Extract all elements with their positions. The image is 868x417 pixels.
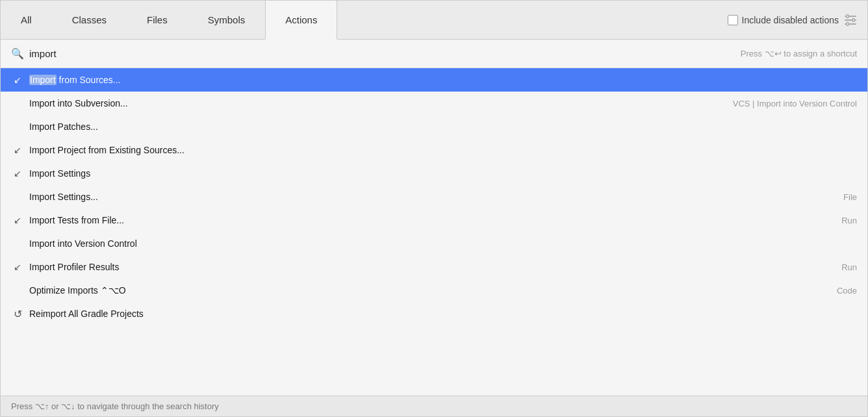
result-item[interactable]: ↺ Reimport All Gradle Projects xyxy=(1,302,867,325)
item-name: Reimport All Gradle Projects xyxy=(29,309,144,319)
status-bar: Press ⌥↑ or ⌥↓ to navigate through the s… xyxy=(1,396,867,416)
tab-bar: All Classes Files Symbols Actions Includ… xyxy=(1,1,867,40)
result-item[interactable]: ↙ Import from Sources... xyxy=(1,68,867,92)
include-disabled-label: Include disabled actions xyxy=(742,15,839,25)
tab-all[interactable]: All xyxy=(1,1,52,39)
result-item[interactable]: Import Patches... xyxy=(1,115,867,138)
item-text: Import from Sources... xyxy=(29,75,857,85)
item-category: Run xyxy=(841,262,857,272)
item-category: Code xyxy=(837,286,857,296)
item-name: Import Settings... xyxy=(29,192,98,202)
item-name: Import into Version Control xyxy=(29,238,137,249)
tab-actions[interactable]: Actions xyxy=(265,1,337,40)
tab-actions-label: Actions xyxy=(285,14,317,25)
item-name: Optimize Imports ⌃⌥O xyxy=(29,285,126,296)
reimport-icon: ↺ xyxy=(11,308,24,320)
result-item[interactable]: Import into Version Control xyxy=(1,232,867,255)
item-text: Optimize Imports ⌃⌥O xyxy=(29,285,837,296)
item-text: Import Patches... xyxy=(29,121,857,132)
item-name: Import Project from Existing Sources... xyxy=(29,145,185,155)
tab-spacer xyxy=(337,1,717,39)
svg-rect-4 xyxy=(852,18,854,21)
import-icon: ↙ xyxy=(11,145,24,155)
tab-symbols[interactable]: Symbols xyxy=(188,1,266,39)
result-item[interactable]: ↙ Import Profiler Results Run xyxy=(1,255,867,279)
svg-rect-5 xyxy=(847,22,849,25)
item-text: Reimport All Gradle Projects xyxy=(29,309,857,319)
import-icon: ↙ xyxy=(11,215,24,225)
tab-right-area: Include disabled actions xyxy=(717,1,867,39)
item-text: Import Profiler Results xyxy=(29,262,841,272)
item-text: Import Tests from File... xyxy=(29,215,841,225)
result-item[interactable]: Optimize Imports ⌃⌥O Code xyxy=(1,279,867,302)
item-name-suffix: from Sources... xyxy=(59,75,121,85)
tab-files-label: Files xyxy=(147,14,168,25)
checkbox-box[interactable] xyxy=(728,15,738,25)
shortcut-hint: Press ⌥↩ to assign a shortcut xyxy=(741,49,857,58)
result-item[interactable]: ↙ Import Tests from File... Run xyxy=(1,208,867,232)
settings-icon[interactable] xyxy=(844,14,857,27)
status-text: Press ⌥↑ or ⌥↓ to navigate through the s… xyxy=(11,401,219,411)
result-item[interactable]: ↙ Import Settings xyxy=(1,162,867,185)
import-icon: ↙ xyxy=(11,75,24,85)
item-name: Import Settings xyxy=(29,168,90,179)
svg-rect-3 xyxy=(847,14,849,18)
item-text: Import into Version Control xyxy=(29,238,857,249)
search-icon: 🔍 xyxy=(11,47,24,60)
item-name: Import Profiler Results xyxy=(29,262,119,272)
item-category: File xyxy=(843,192,857,202)
item-name: Import Tests from File... xyxy=(29,215,124,225)
results-list: ↙ Import from Sources... Import into Sub… xyxy=(1,68,867,396)
import-icon: ↙ xyxy=(11,168,24,179)
tab-classes[interactable]: Classes xyxy=(52,1,127,39)
search-input[interactable] xyxy=(29,48,741,59)
include-disabled-checkbox[interactable]: Include disabled actions xyxy=(728,15,839,25)
item-category: Run xyxy=(841,216,857,225)
search-bar: 🔍 Press ⌥↩ to assign a shortcut xyxy=(1,40,867,68)
result-item[interactable]: Import into Subversion... VCS | Import i… xyxy=(1,92,867,115)
item-name: Import into Subversion... xyxy=(29,98,128,108)
item-text: Import Project from Existing Sources... xyxy=(29,145,857,155)
item-category: VCS | Import into Version Control xyxy=(733,99,857,108)
import-icon: ↙ xyxy=(11,262,24,272)
main-container: All Classes Files Symbols Actions Includ… xyxy=(0,0,868,417)
tab-files[interactable]: Files xyxy=(127,1,188,39)
item-name: Import Patches... xyxy=(29,121,98,132)
tab-symbols-label: Symbols xyxy=(208,14,246,25)
tab-classes-label: Classes xyxy=(72,14,107,25)
item-text: Import into Subversion... xyxy=(29,98,733,108)
item-text: Import Settings xyxy=(29,168,857,179)
item-text: Import Settings... xyxy=(29,192,843,202)
result-item[interactable]: Import Settings... File xyxy=(1,185,867,208)
result-item[interactable]: ↙ Import Project from Existing Sources..… xyxy=(1,138,867,162)
tab-all-label: All xyxy=(21,14,32,25)
highlight-text: Import xyxy=(29,75,57,85)
